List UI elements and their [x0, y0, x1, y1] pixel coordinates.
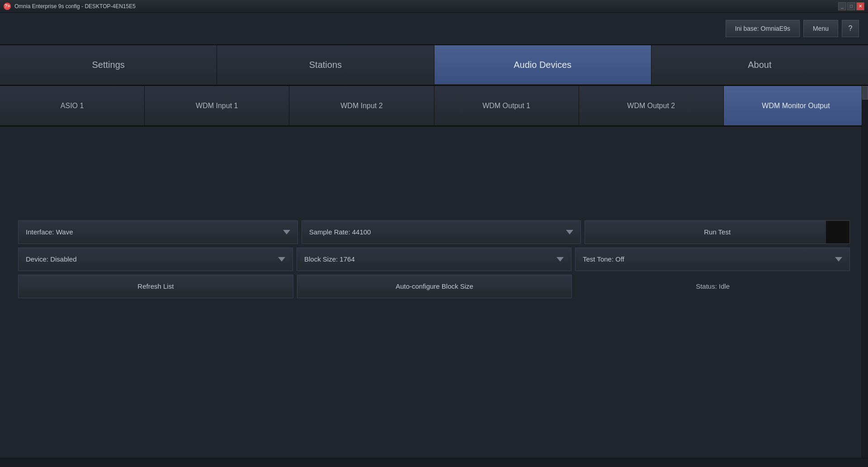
controls-row-1: Interface: Wave Sample Rate: 44100 Run T… — [18, 220, 850, 244]
main-tabs: Settings Stations Audio Devices About — [0, 45, 868, 86]
menu-button[interactable]: Menu — [803, 20, 838, 37]
window-controls: _ □ ✕ — [838, 2, 864, 10]
tab-audio-devices[interactable]: Audio Devices — [434, 45, 651, 85]
maximize-button[interactable]: □ — [847, 2, 855, 10]
tab-wdm-output2[interactable]: WDM Output 2 — [579, 86, 724, 125]
tab-settings[interactable]: Settings — [0, 45, 217, 85]
controls-row-2: Device: Disabled Block Size: 1764 Test T… — [18, 248, 850, 271]
bottom-bar — [0, 458, 868, 467]
refresh-list-button[interactable]: Refresh List — [18, 275, 293, 298]
auto-configure-button[interactable]: Auto-configure Block Size — [297, 275, 572, 298]
controls-row-3: Refresh List Auto-configure Block Size S… — [18, 275, 850, 298]
status-text: Status: Idle — [576, 275, 850, 298]
run-test-button[interactable]: Run Test — [585, 220, 850, 244]
test-tone-dropdown[interactable]: Test Tone: Off — [575, 248, 850, 271]
header: Ini base: OmniaE9s Menu ? — [0, 13, 868, 45]
tab-wdm-monitor[interactable]: WDM Monitor Output — [724, 86, 868, 125]
interface-dropdown[interactable]: Interface: Wave — [18, 220, 298, 244]
window-title: Omnia Enterprise 9s config - DESKTOP-4EN… — [14, 3, 136, 10]
ini-base-button[interactable]: Ini base: OmniaE9s — [726, 20, 800, 37]
tab-about[interactable]: About — [651, 45, 868, 85]
close-button[interactable]: ✕ — [856, 2, 864, 10]
tab-wdm-input2[interactable]: WDM Input 2 — [289, 86, 434, 125]
content-area: Interface: Wave Sample Rate: 44100 Run T… — [0, 127, 868, 467]
controls-section: Interface: Wave Sample Rate: 44100 Run T… — [9, 211, 859, 307]
sample-rate-dropdown[interactable]: Sample Rate: 44100 — [302, 220, 581, 244]
device-dropdown-arrow — [278, 257, 285, 262]
minimize-button[interactable]: _ — [838, 2, 846, 10]
tab-wdm-input1[interactable]: WDM Input 1 — [145, 86, 289, 125]
sample-rate-dropdown-arrow — [566, 230, 573, 234]
block-size-dropdown[interactable]: Block Size: 1764 — [297, 248, 571, 271]
scrollbar[interactable] — [862, 86, 868, 467]
sub-tabs: ASIO 1 WDM Input 1 WDM Input 2 WDM Outpu… — [0, 86, 868, 127]
device-dropdown[interactable]: Device: Disabled — [18, 248, 293, 271]
title-bar: ?> Omnia Enterprise 9s config - DESKTOP-… — [0, 0, 868, 13]
tab-wdm-output1[interactable]: WDM Output 1 — [434, 86, 579, 125]
tab-asio1[interactable]: ASIO 1 — [0, 86, 145, 125]
tab-stations[interactable]: Stations — [217, 45, 434, 85]
test-tone-dropdown-arrow — [835, 257, 842, 262]
scrollbar-thumb[interactable] — [862, 86, 868, 100]
help-button[interactable]: ? — [842, 20, 859, 37]
block-size-dropdown-arrow — [557, 257, 564, 262]
interface-dropdown-arrow — [283, 230, 290, 234]
app-icon: ?> — [4, 3, 11, 10]
